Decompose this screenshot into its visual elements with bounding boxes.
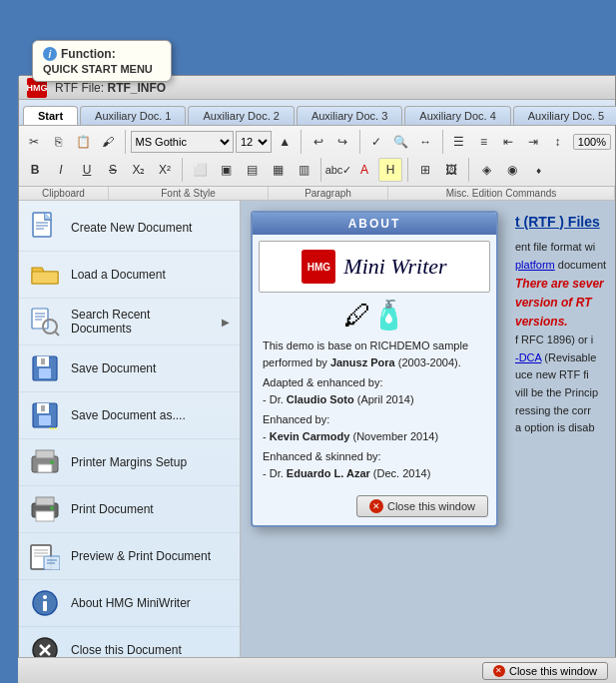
misc3-button[interactable]: ⬧ xyxy=(526,158,550,182)
sidebar-item-save-as[interactable]: ... Save Document as.... xyxy=(19,392,240,439)
strikethrough-button[interactable]: S xyxy=(101,158,125,182)
spell2-button[interactable]: abc✓ xyxy=(326,158,350,182)
cut-button[interactable]: ✂ xyxy=(23,130,46,154)
format-painter-button[interactable]: 🖌 xyxy=(97,130,120,154)
indent-button[interactable]: ⇥ xyxy=(522,130,545,154)
sidebar-item-printer-margins[interactable]: Printer Margins Setup xyxy=(19,439,240,486)
font-color-button[interactable]: A xyxy=(352,158,376,182)
about-app-name: Mini Writer xyxy=(343,254,446,280)
bottom-close-button[interactable]: ✕ Close this window xyxy=(482,662,608,680)
sidebar-item-print[interactable]: Print Document xyxy=(19,486,240,533)
subscript-button[interactable]: X₂ xyxy=(127,158,151,182)
arrow-icon: ▶ xyxy=(222,317,230,328)
bottom-close-label: Close this window xyxy=(509,665,597,677)
svg-rect-23 xyxy=(38,464,52,472)
svg-rect-26 xyxy=(36,497,54,505)
size-select[interactable]: 12 xyxy=(236,131,272,153)
sidebar-item-preview[interactable]: Preview & Print Document xyxy=(19,533,240,580)
sep6 xyxy=(320,158,321,182)
sep4 xyxy=(442,130,443,154)
redo-button[interactable]: ↪ xyxy=(331,130,354,154)
find-button[interactable]: 🔍 xyxy=(389,130,412,154)
about-section-2: Adapted & enhanced by: - Dr. Claudio Sot… xyxy=(263,374,486,407)
align-justify-button[interactable]: ▦ xyxy=(266,158,290,182)
sidebar-item-search-recent[interactable]: Search Recent Documents ▶ xyxy=(19,299,240,345)
tab-aux2[interactable]: Auxiliary Doc. 2 xyxy=(188,106,294,125)
svg-rect-14 xyxy=(39,368,51,378)
svg-rect-15 xyxy=(41,358,45,364)
toolbar-row1: ✂ ⎘ 📋 🖌 MS Gothic 12 ▲ ↩ ↪ ✓ 🔍 ↔ ☰ xyxy=(19,126,615,187)
about-author2: Claudio Soto xyxy=(287,393,354,405)
about-line2b: - Dr. xyxy=(263,393,287,405)
tooltip-body-text: QUICK START MENU xyxy=(43,63,161,75)
svg-rect-38 xyxy=(43,601,47,611)
image-button[interactable]: 🖼 xyxy=(439,158,463,182)
search-recent-icon xyxy=(29,306,61,338)
misc2-button[interactable]: ◉ xyxy=(500,158,524,182)
tab-aux5[interactable]: Auxiliary Doc. 5 xyxy=(513,106,616,125)
underline-button[interactable]: U xyxy=(75,158,99,182)
highlight-button[interactable]: H xyxy=(378,158,402,182)
align-left-button[interactable]: ⬜ xyxy=(188,158,212,182)
load-doc-label: Load a Document xyxy=(71,268,230,282)
font-select[interactable]: MS Gothic xyxy=(131,131,234,153)
about-hmg-logo: HMG xyxy=(302,250,335,284)
printer-margins-label: Printer Margins Setup xyxy=(71,455,230,469)
svg-text:...: ... xyxy=(49,420,58,429)
sort-button[interactable]: ↕ xyxy=(546,130,569,154)
about-icon xyxy=(29,587,61,619)
undo-button[interactable]: ↩ xyxy=(307,130,329,154)
superscript-button[interactable]: X² xyxy=(153,158,177,182)
bottom-bar: ✕ Close this window xyxy=(18,657,616,683)
replace-button[interactable]: ↔ xyxy=(414,130,437,154)
sidebar-item-save[interactable]: Save Document xyxy=(19,345,240,392)
sidebar-item-load[interactable]: Load a Document xyxy=(19,252,240,299)
about-line1c: (2003-2004). xyxy=(395,356,461,368)
about-close-button[interactable]: ✕ Close this window xyxy=(356,495,488,517)
paste-button[interactable]: 📋 xyxy=(72,130,95,154)
app-window: HMG RTF File: RTF_INFO Start Auxiliary D… xyxy=(18,75,616,683)
outdent-button[interactable]: ⇤ xyxy=(497,130,520,154)
spell-button[interactable]: ✓ xyxy=(365,130,388,154)
about-line1b: performed by xyxy=(263,356,330,368)
tab-aux1[interactable]: Auxiliary Doc. 1 xyxy=(80,106,186,125)
preview-print-label: Preview & Print Document xyxy=(71,549,230,563)
inkpen-icon: 🖊🧴 xyxy=(259,299,490,332)
svg-line-11 xyxy=(55,332,59,336)
numbered-button[interactable]: ≡ xyxy=(472,130,495,154)
copy-button[interactable]: ⎘ xyxy=(48,130,71,154)
justify-fill-button[interactable]: ▥ xyxy=(292,158,315,182)
tooltip-title-text: Function: xyxy=(61,47,116,61)
align-center-button[interactable]: ▣ xyxy=(214,158,238,182)
print-doc-label: Print Document xyxy=(71,502,230,516)
italic-button[interactable]: I xyxy=(49,158,73,182)
align-right-button[interactable]: ▤ xyxy=(240,158,264,182)
tab-start[interactable]: Start xyxy=(23,106,78,125)
print-icon xyxy=(29,493,61,525)
font-size-up-button[interactable]: ▲ xyxy=(274,130,297,154)
bullets-button[interactable]: ☰ xyxy=(448,130,471,154)
about-author4: Eduardo L. Azar xyxy=(287,467,370,479)
sidebar-item-about[interactable]: About HMG MiniWriter xyxy=(19,580,240,627)
zoom-badge: 100% xyxy=(573,134,611,150)
svg-rect-27 xyxy=(36,511,54,521)
tab-aux3[interactable]: Auxiliary Doc. 3 xyxy=(297,106,402,125)
svg-rect-19 xyxy=(41,405,45,411)
table-button[interactable]: ⊞ xyxy=(413,158,437,182)
misc1-button[interactable]: ◈ xyxy=(474,158,498,182)
doc-red-text: There are severversion of RTversions. xyxy=(515,275,615,333)
save-as-label: Save Document as.... xyxy=(71,408,230,422)
about-author3: Kevin Carmody xyxy=(270,430,350,442)
about-logo-area: HMG Mini Writer xyxy=(259,241,490,293)
search-recent-label: Search Recent Documents xyxy=(71,308,212,336)
close-doc-label: Close this Document xyxy=(71,643,230,657)
tab-aux4[interactable]: Auxiliary Doc. 4 xyxy=(404,106,510,125)
sep2 xyxy=(301,130,302,154)
sep1 xyxy=(125,130,126,154)
about-close-label: Close this window xyxy=(387,500,475,512)
bold-button[interactable]: B xyxy=(23,158,47,182)
svg-point-24 xyxy=(50,460,54,464)
new-doc-icon xyxy=(29,212,61,244)
sidebar-item-create-new[interactable]: Create New Document xyxy=(19,205,240,252)
about-close-btn-area: ✕ Close this window xyxy=(253,491,496,525)
